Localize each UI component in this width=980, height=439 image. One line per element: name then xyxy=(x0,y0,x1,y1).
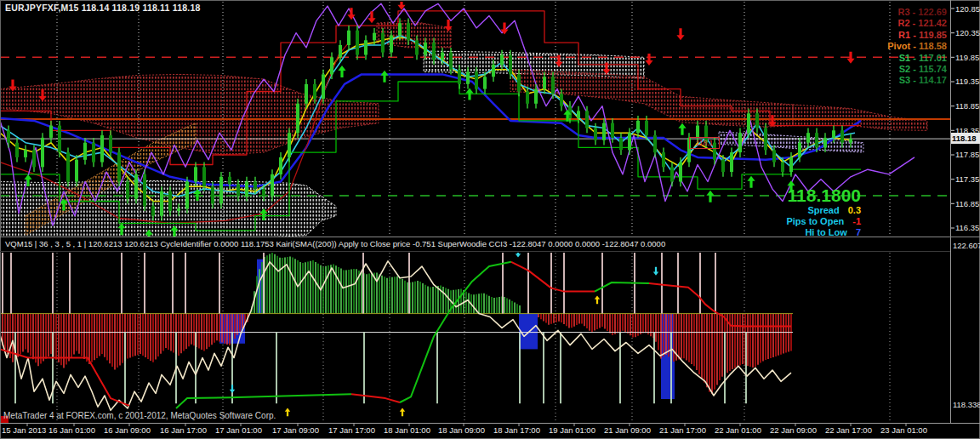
candle-body xyxy=(611,123,614,138)
candle-body xyxy=(262,189,265,197)
candle-body xyxy=(109,135,112,152)
candle-body xyxy=(815,133,818,147)
candle-body xyxy=(202,167,206,186)
price-axis-label: 116.35 xyxy=(955,223,979,232)
buy-arrow-icon xyxy=(400,408,405,417)
buy-arrow-icon xyxy=(380,71,388,83)
trend-signal-line-green xyxy=(176,394,351,408)
pivot-level-row: R1 - 119.85 xyxy=(887,30,947,41)
mt4-chart-window: EURJPYFXF,M15 118.14 118.19 118.11 118.1… xyxy=(0,0,980,439)
time-axis-label: 17 Jan 09:00 xyxy=(272,425,319,435)
candle-body xyxy=(747,113,750,133)
histogram-blue-patch xyxy=(519,314,538,350)
sell-arrow-icon xyxy=(230,385,235,393)
buy-arrow-icon xyxy=(595,295,600,304)
candle-body xyxy=(730,152,733,172)
pivot-level-name: S2 - xyxy=(899,64,919,74)
time-axis-label: 16 Jan 01:00 xyxy=(48,425,95,435)
candle-body xyxy=(755,113,759,128)
buy-arrow-icon xyxy=(747,176,755,188)
candle-body xyxy=(245,182,248,197)
candle-body xyxy=(806,133,810,143)
candle-body xyxy=(41,138,44,167)
candle-body xyxy=(126,182,129,199)
pivot-level-name: R2 - xyxy=(898,18,919,28)
candle-body xyxy=(679,162,682,182)
time-axis-label: 17 Jan 01:00 xyxy=(215,425,262,435)
candle-body xyxy=(602,123,606,140)
quote-info-row: Pips to Open-1 xyxy=(786,216,861,227)
candle-body xyxy=(271,174,274,197)
candle-body xyxy=(228,177,231,185)
candle-body xyxy=(194,167,197,181)
sell-arrow-icon xyxy=(645,54,652,66)
candle-body xyxy=(7,130,10,142)
time-axis-label: 15 Jan 2013 xyxy=(2,425,46,435)
candle-body xyxy=(390,36,393,53)
candle-body xyxy=(211,186,214,203)
order-level-label: 118.1 xyxy=(689,137,720,149)
candle-body xyxy=(75,160,78,182)
pivot-level-value: 114.17 xyxy=(919,75,947,85)
time-axis-label: 16 Jan 17:00 xyxy=(160,425,207,435)
candle-body xyxy=(398,23,402,35)
candle-body xyxy=(534,89,538,104)
kumo-red-tail xyxy=(793,105,927,130)
buy-arrow-icon xyxy=(285,408,290,417)
price-axis-label: 120.35 xyxy=(955,28,980,37)
time-axis-label: 22 Jan 17:00 xyxy=(825,425,872,435)
candle-body xyxy=(560,94,563,105)
indicator-axis-label: 122.607 xyxy=(953,241,980,250)
pivot-level-name: S1 - xyxy=(899,53,919,63)
candle-body xyxy=(305,84,308,104)
pivot-level-value: 115.74 xyxy=(919,64,947,74)
pivot-level-name: Pivot - xyxy=(887,41,919,51)
candle-body xyxy=(645,121,648,135)
candle-body xyxy=(15,143,19,157)
pivot-level-name: S3 - xyxy=(899,75,919,85)
time-axis-label: 18 Jan 17:00 xyxy=(493,425,540,435)
candle-body xyxy=(92,143,95,162)
pivot-level-value: 119.85 xyxy=(919,30,947,40)
candle-body xyxy=(543,77,546,88)
candle-body xyxy=(415,40,419,54)
candle-body xyxy=(347,31,350,45)
bid-price-display: 118.1800 xyxy=(786,186,861,205)
price-axis-label: 117.85 xyxy=(955,150,979,159)
candle-body xyxy=(364,40,368,54)
candle-body xyxy=(185,182,189,209)
trend-signal-line-red xyxy=(511,262,595,292)
candle-body xyxy=(288,133,291,157)
indicator-subwindow-header: VQM15 | 36 , 3 , 5 , 1 | 120.6213 120.62… xyxy=(5,239,665,248)
candle-body xyxy=(66,152,70,181)
candle-body xyxy=(466,72,470,84)
pivot-levels-panel: R3 - 122.69R2 - 121.42R1 - 119.85Pivot -… xyxy=(887,7,947,87)
time-axis-label: 22 Jan 09:00 xyxy=(770,425,817,435)
trend-signal-line-red xyxy=(351,394,400,402)
candle-body xyxy=(653,135,657,152)
price-axis-label: 116.85 xyxy=(955,199,979,208)
candle-body xyxy=(177,208,180,211)
price-axis-label: 120.85 xyxy=(955,4,980,14)
candle-body xyxy=(636,121,640,133)
candle-body xyxy=(585,111,589,128)
pivot-level-row: Pivot - 118.58 xyxy=(887,41,947,52)
candle-body xyxy=(32,150,36,167)
price-axis-label: 117.35 xyxy=(955,174,979,184)
pivot-level-name: R1 - xyxy=(898,30,919,40)
price-axis-label: 118.35 xyxy=(955,126,979,135)
candle-body xyxy=(449,53,453,70)
candle-body xyxy=(134,174,138,199)
pivot-level-row: R3 - 122.69 xyxy=(887,7,947,18)
candle-body xyxy=(339,45,342,57)
candle-body xyxy=(458,70,461,84)
candle-body xyxy=(83,143,87,160)
candle-body xyxy=(100,135,104,162)
candle-body xyxy=(840,130,844,142)
candle-body xyxy=(823,138,827,148)
time-axis-label: 16 Jan 09:00 xyxy=(104,425,151,435)
quote-info-value: 7 xyxy=(856,227,861,237)
candle-body xyxy=(789,157,793,172)
time-axis-label: 19 Jan 01:00 xyxy=(549,425,595,435)
indicator-axis-label: 118.338 xyxy=(953,400,980,409)
